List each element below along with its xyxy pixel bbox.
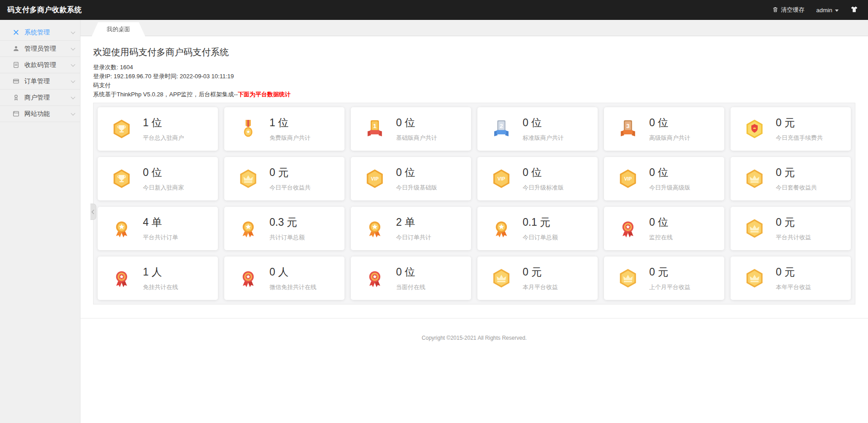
tab-bar: 我的桌面 [80, 20, 868, 36]
chevron-down-icon [71, 78, 75, 83]
stat-value: 1 位 [143, 116, 184, 130]
stat-label: 今日升级高级版 [649, 184, 690, 192]
stat-label: 今日新入驻商家 [143, 184, 184, 192]
stat-value: 1 位 [269, 116, 311, 130]
stat-value: 0 位 [649, 116, 690, 130]
tshirt-icon [850, 5, 858, 14]
badge-1-icon: 1 [364, 119, 385, 139]
medal-ribbon-icon [238, 119, 259, 139]
stat-card: VIP 0 位 今日升级标准版 [477, 157, 598, 200]
stat-value: 0 位 [396, 265, 425, 279]
stat-label: 免挂共计在线 [143, 283, 178, 291]
stat-card: 4 单 平台共计订单 [98, 207, 218, 250]
stat-card: 1 人 免挂共计在线 [98, 257, 218, 300]
tools-icon [13, 29, 19, 36]
user-menu[interactable]: admin [816, 7, 839, 14]
stat-label: 基础版商户共计 [396, 134, 437, 142]
stat-label: 标准版商户共计 [523, 134, 564, 142]
stat-label: 监控在线 [649, 233, 673, 242]
tab-my-desktop[interactable]: 我的桌面 [92, 22, 145, 36]
sidebar-item-admin[interactable]: 管理员管理 [0, 41, 80, 57]
welcome-title: 欢迎使用码支付多商户码支付系统 [93, 46, 855, 58]
star-red-icon [364, 268, 385, 289]
stat-card: 0 元 今日套餐收益共 [731, 157, 851, 200]
stats-highlight-text: 下面为平台数据统计 [238, 91, 291, 98]
stat-value: 0 位 [396, 116, 437, 130]
stat-value: 0 位 [523, 116, 564, 130]
sidebar-item-system[interactable]: 系统管理 [0, 24, 80, 41]
theme-button[interactable] [850, 5, 858, 14]
stat-card: 3 0 位 高级版商户共计 [604, 107, 724, 151]
hex-shield-icon [744, 119, 765, 139]
stat-label: 平台总入驻商户 [143, 134, 184, 142]
sidebar-item-qrcode[interactable]: 收款码管理 [0, 57, 80, 73]
star-red-icon [618, 218, 638, 239]
stat-label: 免费版商户共计 [269, 134, 311, 142]
stat-label: 今日升级标准版 [523, 184, 564, 192]
badge-2-icon: 2 [491, 119, 512, 139]
hex-trophy-icon [111, 168, 132, 189]
sidebar-collapse-handle[interactable] [90, 204, 96, 220]
svg-text:VIP: VIP [371, 176, 379, 181]
star-red-icon [238, 268, 259, 289]
star-gold-icon [238, 218, 259, 239]
stat-value: 0 位 [649, 215, 673, 229]
stat-value: 0 元 [269, 166, 311, 180]
trash-icon [772, 6, 778, 14]
main-area: 系统管理 管理员管理 收款码管理 订单管理 [0, 20, 868, 423]
stat-card: 1 位 免费版商户共计 [224, 107, 344, 151]
content-area: 我的桌面 欢迎使用码支付多商户码支付系统 登录次数: 1604 登录IP: 19… [80, 20, 868, 423]
stat-value: 0 位 [143, 166, 184, 180]
stat-card: VIP 0 位 今日升级高级版 [604, 157, 724, 200]
stat-label: 今日订单共计 [396, 233, 431, 242]
sidebar-item-order[interactable]: 订单管理 [0, 73, 80, 90]
stat-label: 当面付在线 [396, 283, 425, 291]
stat-label: 本年平台收益 [776, 283, 811, 291]
hex-crown-icon [618, 268, 638, 289]
star-gold-icon [364, 218, 385, 239]
stat-label: 平台共计订单 [143, 233, 178, 242]
website-icon [13, 110, 19, 117]
page-footer: Copyright ©2015-2021 All Rights Reserved… [80, 318, 868, 341]
stat-label: 高级版商户共计 [649, 134, 690, 142]
badge-3-icon: 3 [618, 119, 638, 139]
stat-value: 0 人 [269, 265, 316, 279]
stat-label: 微信免挂共计在线 [269, 283, 316, 291]
stat-value: 0 元 [776, 166, 817, 180]
sidebar: 系统管理 管理员管理 收款码管理 订单管理 [0, 20, 80, 423]
hex-vip-icon: VIP [364, 168, 385, 189]
stats-panel: 1 位 平台总入驻商户 1 位 免费版商户共计 [93, 103, 855, 304]
card-icon [13, 78, 19, 85]
stat-label: 今日充值手续费共 [776, 134, 823, 142]
stat-label: 共计订单总额 [269, 233, 305, 242]
app-window: 码支付多商户收款系统 清空缓存 admin [0, 0, 868, 423]
stat-card: 0 元 本年平台收益 [731, 257, 851, 300]
stat-label: 今日平台收益共 [269, 184, 311, 192]
app-title: 码支付多商户收款系统 [7, 5, 82, 15]
sidebar-item-website[interactable]: 网站功能 [0, 106, 80, 122]
svg-text:2: 2 [500, 123, 503, 129]
login-ip-line: 登录IP: 192.169.96.70 登录时间: 2022-09-03 10:… [93, 72, 855, 81]
stat-value: 0 元 [776, 265, 811, 279]
stat-value: 0 元 [776, 116, 823, 130]
stat-card: 0.3 元 共计订单总额 [224, 207, 344, 250]
svg-text:VIP: VIP [624, 176, 632, 181]
hex-vip-icon: VIP [491, 168, 512, 189]
hex-crown-icon [744, 218, 765, 239]
stat-value: 0.1 元 [523, 215, 558, 229]
stat-value: 0 元 [649, 265, 690, 279]
merchant-icon [13, 94, 19, 101]
stat-card: 0 元 本月平台收益 [477, 257, 598, 300]
username: admin [816, 7, 832, 14]
topbar-actions: 清空缓存 admin [772, 5, 858, 14]
login-count-value: 1604 [120, 64, 133, 71]
stat-card: 0 元 今日平台收益共 [224, 157, 344, 200]
hex-crown-icon [491, 268, 512, 289]
clear-cache-button[interactable]: 清空缓存 [772, 6, 805, 14]
login-ip-value: 192.169.96.70 [114, 73, 151, 80]
svg-text:VIP: VIP [498, 176, 505, 181]
stat-card: 1 位 平台总入驻商户 [98, 107, 218, 151]
sidebar-item-merchant[interactable]: 商户管理 [0, 90, 80, 106]
system-info-line: 系统基于ThinkPhp V5.0.28，APP监控，后台框架集成--下面为平台… [93, 90, 855, 99]
login-time-value: 2022-09-03 10:11:19 [180, 73, 234, 80]
